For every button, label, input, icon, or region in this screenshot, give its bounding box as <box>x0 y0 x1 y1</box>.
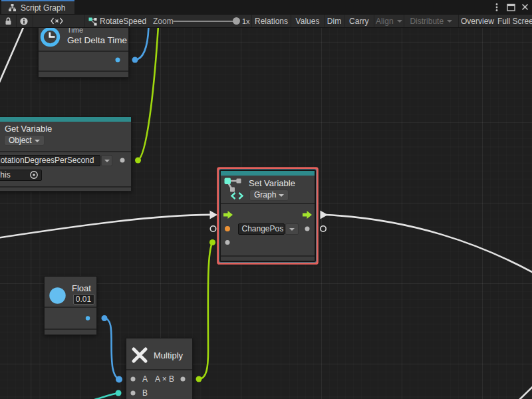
chevron-down-icon <box>397 20 402 23</box>
graph-hierarchy-icon <box>8 3 17 12</box>
wire-lime-multiply-to-set-variable[interactable] <box>199 243 213 380</box>
chevron-down-icon <box>104 160 110 162</box>
wire-blue-float-to-multiply[interactable] <box>104 319 119 380</box>
wire-white-top-left[interactable] <box>0 28 24 84</box>
wire-white-bottom-right[interactable] <box>519 387 532 399</box>
full-screen-button[interactable]: Full Screen <box>497 15 532 27</box>
tab-script-graph[interactable]: Script Graph <box>1 0 74 14</box>
window-controls <box>492 0 532 14</box>
lock-icon[interactable] <box>5 15 12 27</box>
relations-button[interactable]: Relations <box>252 15 291 27</box>
variable-name-field[interactable]: ChangePos <box>238 223 285 235</box>
overview-button[interactable]: Overview <box>459 15 497 27</box>
zoom-value: 1x <box>242 15 250 27</box>
maximize-icon[interactable] <box>506 3 515 12</box>
chevron-down-icon <box>289 228 295 231</box>
toolbar-buttons: Relations Values Dim Carry Align Distrib… <box>252 15 532 27</box>
chevron-down-icon <box>447 20 452 23</box>
node-title: Get Delta Time <box>67 35 127 45</box>
node-title: Multiply <box>154 350 183 360</box>
graph-variable-icon <box>223 177 245 200</box>
variable-scope-dropdown[interactable]: Object <box>4 135 45 146</box>
zoom-slider-knob[interactable] <box>233 17 240 25</box>
wire-white-out-of-set-variable[interactable] <box>326 215 532 273</box>
close-icon[interactable] <box>520 3 529 12</box>
wire-endpoint-ring-left <box>210 226 215 231</box>
variable-scope-dropdown[interactable]: Graph <box>249 190 289 201</box>
chevron-down-icon <box>279 194 284 197</box>
multiply-x-icon <box>131 346 148 364</box>
port-label-result: A × B <box>155 374 174 384</box>
wire-teal-into-multiply-b[interactable] <box>94 393 118 399</box>
port-label-a: A <box>142 374 148 384</box>
node-title: Set Variable <box>249 178 295 188</box>
graph-toolbar: RotateSpeed Zoom 1x Relations Values Dim… <box>0 14 532 28</box>
code-angle-brackets-icon[interactable] <box>51 15 63 27</box>
wire-white-into-set-variable[interactable] <box>0 215 211 238</box>
object-picker-icon[interactable] <box>29 170 39 180</box>
zoom-label: Zoom <box>153 15 174 27</box>
wire-arrowhead-in <box>210 211 218 219</box>
port-label-b: B <box>142 388 148 398</box>
kebab-menu-icon[interactable] <box>492 3 501 12</box>
variable-name-dropdown-button[interactable] <box>285 223 299 235</box>
graph-reference-label[interactable]: RotateSpeed <box>100 15 146 27</box>
node-kind-label: Time <box>67 28 83 34</box>
carry-button[interactable]: Carry <box>344 15 374 27</box>
variable-name-dropdown-button[interactable] <box>101 155 112 166</box>
distribute-button[interactable]: Distribute <box>404 15 459 27</box>
wire-blue-delta-time-up[interactable] <box>135 28 149 60</box>
wire-endpoint-ring-right <box>321 226 326 231</box>
toolbar-separator <box>16 15 17 27</box>
float-value-field[interactable]: 0.01 <box>73 294 94 305</box>
wire-lime-get-variable-up[interactable] <box>138 28 159 160</box>
tab-bar: Script Graph <box>0 0 532 14</box>
float-circle-icon <box>49 287 66 305</box>
node-title: Get Variable <box>5 124 52 134</box>
values-button[interactable]: Values <box>291 15 325 27</box>
tab-title: Script Graph <box>21 3 65 13</box>
script-graph-window: Script Graph <box>0 0 532 399</box>
toolbar-separator <box>84 15 85 27</box>
variable-name-field[interactable]: RotationDegreesPerSecond <box>0 155 100 166</box>
dim-button[interactable]: Dim <box>325 15 344 27</box>
align-button[interactable]: Align <box>374 15 405 27</box>
chevron-down-icon <box>35 140 40 142</box>
info-icon[interactable] <box>20 15 28 27</box>
node-title: Float <box>72 283 91 293</box>
toolbar-separator <box>33 15 33 27</box>
graph-node-icon <box>88 15 97 27</box>
variable-node-accent-strip <box>0 117 131 122</box>
zoom-slider-track[interactable] <box>173 21 235 22</box>
graph-canvas[interactable]: Time Get Delta Time Get Variable Object … <box>0 28 532 399</box>
clock-icon <box>40 28 61 47</box>
